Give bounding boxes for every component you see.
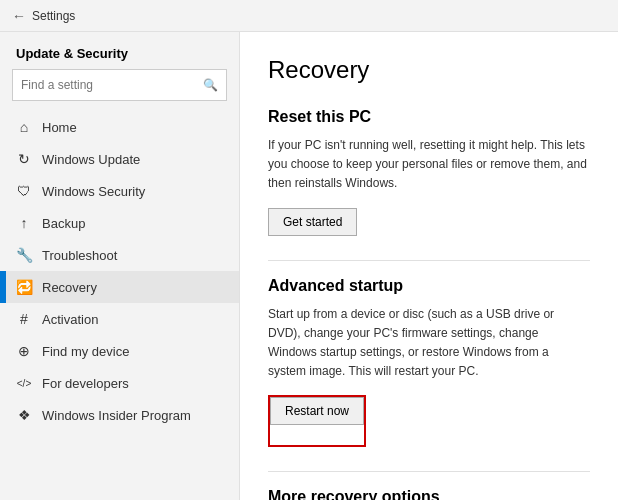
content-area: Recovery Reset this PC If your PC isn't … xyxy=(240,32,618,500)
advanced-startup-section: Advanced startup Start up from a device … xyxy=(268,277,590,468)
sidebar-item-label: Windows Insider Program xyxy=(42,408,191,423)
sidebar-item-label: Windows Security xyxy=(42,184,145,199)
get-started-button[interactable]: Get started xyxy=(268,208,357,236)
find-device-icon: ⊕ xyxy=(16,343,32,359)
restart-now-button[interactable]: Restart now xyxy=(270,397,364,425)
sidebar-nav-item-backup[interactable]: ↑ Backup xyxy=(0,207,239,239)
top-bar-title: Settings xyxy=(32,9,75,23)
sidebar-section-title: Update & Security xyxy=(0,32,239,69)
back-button[interactable]: ← Settings xyxy=(12,8,75,24)
recovery-icon: 🔁 xyxy=(16,279,32,295)
more-recovery-section: More recovery options Learn how to start… xyxy=(268,488,590,500)
reset-section-description: If your PC isn't running well, resetting… xyxy=(268,136,590,194)
sidebar-item-label: Find my device xyxy=(42,344,129,359)
backup-icon: ↑ xyxy=(16,215,32,231)
activation-icon: # xyxy=(16,311,32,327)
sidebar-nav-item-windows-security[interactable]: 🛡 Windows Security xyxy=(0,175,239,207)
advanced-section-title: Advanced startup xyxy=(268,277,590,295)
sidebar-nav-item-recovery[interactable]: 🔁 Recovery xyxy=(0,271,239,303)
sidebar-nav-item-windows-update[interactable]: ↻ Windows Update xyxy=(0,143,239,175)
reset-section-title: Reset this PC xyxy=(268,108,590,126)
sidebar-nav-item-home[interactable]: ⌂ Home xyxy=(0,111,239,143)
main-layout: Update & Security 🔍 ⌂ Home ↻ Windows Upd… xyxy=(0,32,618,500)
troubleshoot-icon: 🔧 xyxy=(16,247,32,263)
sidebar-item-label: Troubleshoot xyxy=(42,248,117,263)
search-input[interactable] xyxy=(21,78,203,92)
search-icon: 🔍 xyxy=(203,78,218,92)
home-icon: ⌂ xyxy=(16,119,32,135)
sidebar-item-label: Windows Update xyxy=(42,152,140,167)
section-divider xyxy=(268,260,590,261)
sidebar-nav-item-for-developers[interactable]: </> For developers xyxy=(0,367,239,399)
more-section-title: More recovery options xyxy=(268,488,590,500)
reset-section: Reset this PC If your PC isn't running w… xyxy=(268,108,590,256)
sidebar-nav-item-windows-insider[interactable]: ❖ Windows Insider Program xyxy=(0,399,239,431)
advanced-section-description: Start up from a device or disc (such as … xyxy=(268,305,590,382)
search-box[interactable]: 🔍 xyxy=(12,69,227,101)
sidebar: Update & Security 🔍 ⌂ Home ↻ Windows Upd… xyxy=(0,32,240,500)
security-icon: 🛡 xyxy=(16,183,32,199)
page-title: Recovery xyxy=(268,56,590,84)
sidebar-item-label: Activation xyxy=(42,312,98,327)
restart-highlight-box: Restart now xyxy=(268,395,366,447)
developers-icon: </> xyxy=(16,375,32,391)
sidebar-nav-item-activation[interactable]: # Activation xyxy=(0,303,239,335)
sidebar-item-label: Backup xyxy=(42,216,85,231)
top-bar: ← Settings xyxy=(0,0,618,32)
sidebar-nav-item-troubleshoot[interactable]: 🔧 Troubleshoot xyxy=(0,239,239,271)
insider-icon: ❖ xyxy=(16,407,32,423)
update-icon: ↻ xyxy=(16,151,32,167)
sidebar-item-label: Recovery xyxy=(42,280,97,295)
sidebar-nav-item-find-my-device[interactable]: ⊕ Find my device xyxy=(0,335,239,367)
back-arrow-icon: ← xyxy=(12,8,26,24)
section-divider-2 xyxy=(268,471,590,472)
sidebar-item-label: Home xyxy=(42,120,77,135)
sidebar-item-label: For developers xyxy=(42,376,129,391)
